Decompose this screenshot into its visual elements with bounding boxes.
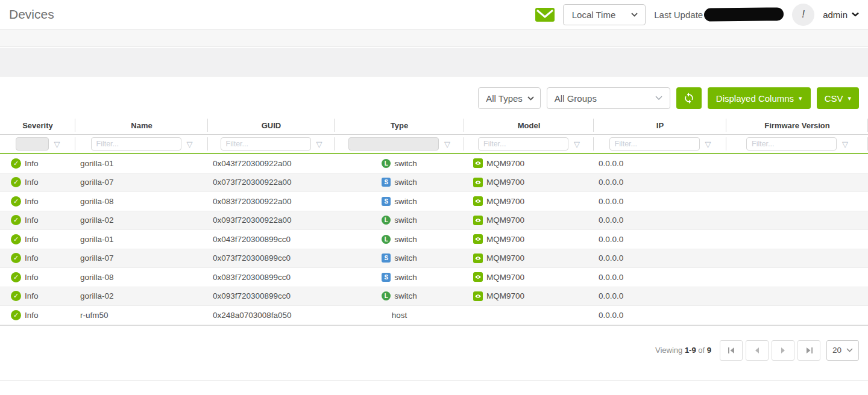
- ip-cell: 0.0.0.0: [594, 311, 726, 320]
- chevron-down-icon: [655, 96, 662, 101]
- column-header-type[interactable]: Type: [335, 121, 464, 130]
- severity-filter-select[interactable]: [16, 137, 49, 151]
- check-circle-icon: ✓: [11, 234, 21, 244]
- model-label: MQM9700: [486, 216, 524, 225]
- filter-funnel-icon[interactable]: ▽: [187, 140, 193, 148]
- filter-funnel-icon[interactable]: ▽: [842, 140, 848, 148]
- filter-funnel-icon[interactable]: ▽: [574, 140, 580, 148]
- type-badge-icon: S: [382, 253, 391, 263]
- chevron-down-icon: [846, 348, 853, 352]
- previous-page-button[interactable]: [746, 340, 769, 361]
- guid-filter-input[interactable]: [221, 137, 311, 151]
- firmware-filter-input[interactable]: [746, 137, 837, 151]
- ip-cell: 0.0.0.0: [594, 159, 726, 168]
- table-filter-row: ▽ ▽ ▽ ▽ ▽ ▽ ▽: [0, 134, 868, 153]
- filter-cell-model: ▽: [464, 135, 594, 153]
- severity-label: Info: [25, 216, 39, 225]
- severity-cell: ✓ Info: [0, 253, 75, 263]
- chevron-down-icon: [631, 13, 638, 17]
- type-badge-icon: S: [382, 273, 391, 282]
- type-badge-icon: S: [382, 178, 391, 187]
- filter-funnel-icon[interactable]: ▽: [316, 140, 322, 148]
- model-label: MQM9700: [486, 273, 524, 282]
- type-cell: L switch: [335, 291, 464, 300]
- user-menu[interactable]: admin: [823, 10, 859, 20]
- types-filter-dropdown[interactable]: All Types: [478, 87, 541, 109]
- type-label: switch: [394, 178, 417, 187]
- type-cell: host: [335, 311, 464, 320]
- table-row[interactable]: ✓ Info gorilla-01 0x043f720300922a00 L s…: [0, 154, 868, 173]
- check-circle-icon: ✓: [11, 253, 21, 263]
- type-badge-icon: L: [382, 291, 391, 300]
- guid-cell: 0x093f720300922a00: [208, 216, 335, 225]
- breadcrumb-bar: [0, 30, 868, 48]
- type-cell: L switch: [335, 159, 464, 168]
- ip-cell: 0.0.0.0: [594, 197, 726, 206]
- table-row[interactable]: ✓ Info gorilla-02 0x093f720300922a00 L s…: [0, 211, 868, 231]
- name-cell: gorilla-08: [75, 197, 208, 206]
- table-toolbar: All Types All Groups Displayed Columns ▾…: [0, 76, 868, 109]
- table-row[interactable]: ✓ Info r-ufm50 0x248a0703008fa050 host 0…: [0, 306, 868, 325]
- displayed-columns-button[interactable]: Displayed Columns ▾: [708, 87, 811, 109]
- envelope-icon[interactable]: [535, 8, 555, 22]
- type-badge-icon: L: [382, 235, 391, 244]
- model-cell: MQM9700: [464, 196, 594, 206]
- ip-filter-input[interactable]: [609, 137, 700, 151]
- severity-cell: ✓ Info: [0, 291, 75, 301]
- pagination-status: Viewing 1-9 of 9: [655, 346, 711, 355]
- nvidia-logo-icon: [473, 216, 483, 225]
- column-header-ip[interactable]: IP: [594, 121, 726, 130]
- type-badge-icon: L: [382, 216, 391, 225]
- filter-funnel-icon[interactable]: ▽: [444, 140, 450, 148]
- alert-badge[interactable]: !: [792, 4, 814, 26]
- refresh-button[interactable]: [676, 87, 702, 109]
- first-page-button[interactable]: [720, 340, 743, 361]
- timezone-select-value: Local Time: [572, 10, 616, 20]
- model-label: MQM9700: [486, 253, 524, 263]
- app-header: Devices Local Time Last Update ! admin: [0, 0, 868, 30]
- type-label: switch: [394, 273, 417, 282]
- severity-label: Info: [25, 197, 39, 206]
- model-cell: MQM9700: [464, 178, 594, 187]
- nvidia-logo-icon: [473, 234, 483, 244]
- type-cell: S switch: [335, 197, 464, 206]
- guid-cell: 0x073f720300922a00: [208, 178, 335, 187]
- filter-funnel-icon[interactable]: ▽: [705, 140, 711, 148]
- guid-cell: 0x083f720300899cc0: [208, 273, 335, 282]
- csv-export-button[interactable]: CSV ▾: [817, 87, 859, 109]
- timezone-select[interactable]: Local Time: [563, 4, 646, 25]
- page-size-select[interactable]: 20: [826, 340, 859, 361]
- viewing-range: 1-9: [685, 346, 696, 355]
- severity-cell: ✓ Info: [0, 215, 75, 225]
- last-update-redacted: [704, 7, 784, 21]
- alert-glyph: !: [802, 8, 805, 20]
- caret-down-icon: ▾: [799, 95, 802, 102]
- pager-buttons: [720, 340, 820, 361]
- type-cell: L switch: [335, 235, 464, 244]
- type-filter-select[interactable]: [348, 137, 439, 151]
- table-row[interactable]: ✓ Info gorilla-07 0x073f720300922a00 S s…: [0, 173, 868, 193]
- model-cell: MQM9700: [464, 253, 594, 263]
- table-row[interactable]: ✓ Info gorilla-08 0x083f720300922a00 S s…: [0, 192, 868, 211]
- previous-page-icon: [755, 347, 760, 353]
- last-page-button[interactable]: [797, 340, 820, 361]
- column-header-model[interactable]: Model: [464, 121, 594, 130]
- column-header-severity[interactable]: Severity: [0, 121, 75, 130]
- table-row[interactable]: ✓ Info gorilla-08 0x083f720300899cc0 S s…: [0, 268, 868, 287]
- table-row[interactable]: ✓ Info gorilla-07 0x073f720300899cc0 S s…: [0, 249, 868, 269]
- next-page-button[interactable]: [772, 340, 794, 361]
- name-filter-input[interactable]: [91, 137, 181, 151]
- name-cell: gorilla-07: [75, 253, 208, 263]
- last-update: Last Update: [654, 8, 784, 21]
- filter-funnel-icon[interactable]: ▽: [54, 140, 60, 148]
- column-header-name[interactable]: Name: [75, 121, 208, 130]
- table-row[interactable]: ✓ Info gorilla-02 0x093f720300899cc0 L s…: [0, 287, 868, 306]
- type-label: switch: [394, 216, 417, 225]
- groups-filter-dropdown[interactable]: All Groups: [547, 87, 670, 109]
- last-page-icon: [805, 347, 813, 354]
- model-filter-input[interactable]: [478, 137, 568, 151]
- column-header-firmware[interactable]: Firmware Version: [726, 121, 868, 130]
- column-header-guid[interactable]: GUID: [208, 121, 335, 130]
- table-row[interactable]: ✓ Info gorilla-01 0x043f720300899cc0 L s…: [0, 230, 868, 249]
- guid-cell: 0x043f720300899cc0: [208, 235, 335, 244]
